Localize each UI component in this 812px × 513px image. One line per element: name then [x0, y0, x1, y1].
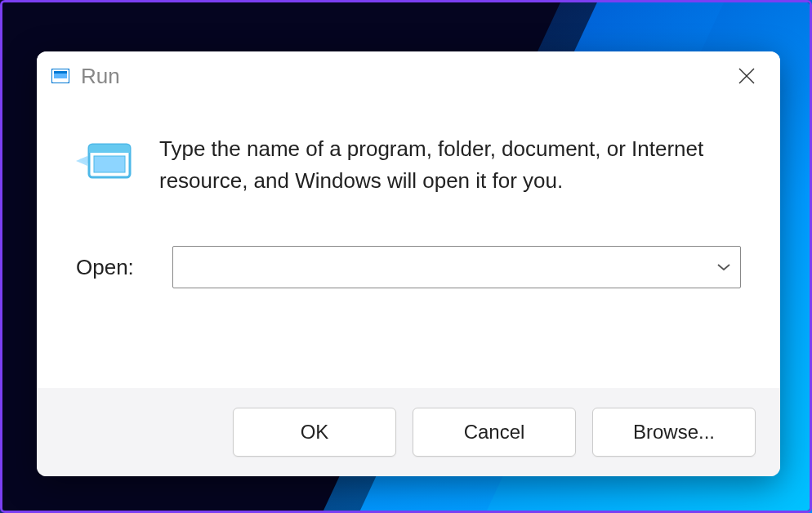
open-combobox[interactable] — [172, 246, 741, 288]
ok-button[interactable]: OK — [233, 408, 396, 457]
instruction-row: Type the name of a program, folder, docu… — [76, 133, 741, 197]
chevron-down-icon — [716, 263, 731, 271]
combobox-dropdown-button[interactable] — [707, 247, 740, 288]
titlebar: Run — [37, 51, 780, 100]
run-app-icon — [76, 138, 133, 184]
instruction-text: Type the name of a program, folder, docu… — [159, 133, 741, 197]
open-row: Open: — [76, 246, 741, 288]
browse-button[interactable]: Browse... — [592, 408, 756, 457]
svg-rect-7 — [89, 149, 130, 153]
cancel-button[interactable]: Cancel — [413, 408, 576, 457]
dialog-title: Run — [81, 64, 728, 89]
close-button[interactable] — [728, 57, 765, 95]
dialog-body: Type the name of a program, folder, docu… — [37, 100, 780, 388]
run-dialog: Run Type the name of a program, — [37, 51, 780, 476]
open-label: Open: — [76, 255, 149, 280]
open-input[interactable] — [173, 247, 707, 288]
button-bar: OK Cancel Browse... — [37, 388, 780, 476]
close-icon — [738, 67, 756, 85]
run-titlebar-icon — [51, 69, 69, 83]
svg-rect-2 — [54, 71, 67, 74]
svg-rect-8 — [94, 156, 125, 172]
